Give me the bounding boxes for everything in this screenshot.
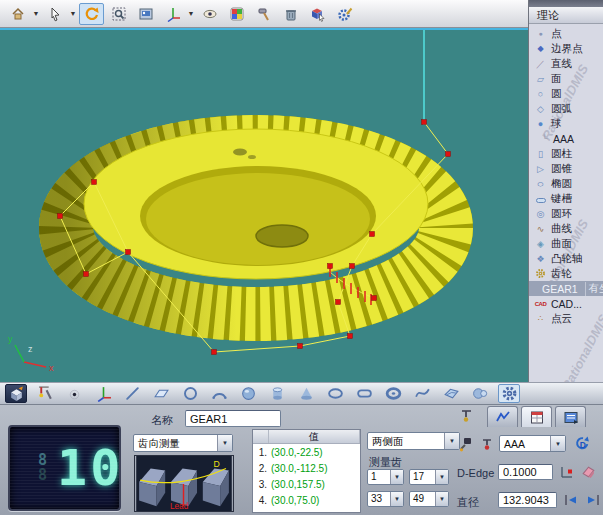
- chevron-down-icon[interactable]: ▼: [435, 492, 448, 506]
- rotate-view-button[interactable]: [79, 3, 104, 25]
- tree-item-point[interactable]: ●点: [529, 26, 603, 41]
- home-dropdown-caret[interactable]: ▼: [32, 10, 40, 17]
- home-button[interactable]: [5, 3, 30, 25]
- probe-direction-out-button[interactable]: [562, 491, 580, 509]
- arc-icon: [211, 385, 228, 402]
- tooth-select-2[interactable]: 17▼: [409, 469, 449, 485]
- tree-item-plane[interactable]: ▱面: [529, 71, 603, 86]
- tab-graph[interactable]: [487, 406, 518, 427]
- tree-item-curve[interactable]: ∿曲线: [529, 221, 603, 236]
- d-direction-label: D: [213, 459, 219, 469]
- tree-item-cad[interactable]: CADCAD...: [529, 296, 603, 311]
- cone-button[interactable]: [295, 384, 317, 403]
- tree-item-aaa[interactable]: └AAA: [529, 131, 603, 146]
- tree-item-pointcloud[interactable]: ∴点云: [529, 311, 603, 326]
- value-row[interactable]: 3.(30.0,157.5): [253, 476, 360, 492]
- mode-select[interactable]: 齿向测量 ▼: [133, 434, 233, 452]
- view-cube-button[interactable]: [5, 384, 27, 403]
- slot-button[interactable]: [353, 384, 375, 403]
- circle-button[interactable]: [179, 384, 201, 403]
- tree-item-sphere[interactable]: ●球: [529, 116, 603, 131]
- csys-dropdown-caret[interactable]: ▼: [187, 10, 195, 17]
- value-row[interactable]: 4.(30.0,75.0): [253, 492, 360, 508]
- eye-icon: [202, 6, 218, 22]
- probe-button[interactable]: [34, 384, 56, 403]
- point-icon: ●: [534, 29, 547, 39]
- gear1-label: GEAR1: [542, 283, 578, 295]
- curve-button[interactable]: [411, 384, 433, 403]
- ellipse-button[interactable]: [324, 384, 346, 403]
- color-palette-button[interactable]: [224, 3, 249, 25]
- tree-item-surface[interactable]: ◈曲面: [529, 236, 603, 251]
- tree-item-cone[interactable]: ▷圆锥: [529, 161, 603, 176]
- tab-form[interactable]: [555, 406, 586, 427]
- point-button[interactable]: [63, 384, 85, 403]
- chevron-down-icon[interactable]: ▼: [435, 470, 448, 484]
- value-row[interactable]: 2.(30.0,-112.5): [253, 460, 360, 476]
- plane-button[interactable]: [150, 384, 172, 403]
- tooth-select-3[interactable]: 33▼: [367, 491, 404, 507]
- tree-item-slot[interactable]: 键槽: [529, 191, 603, 206]
- arc-button[interactable]: [208, 384, 230, 403]
- tooth-select-4[interactable]: 49▼: [409, 491, 449, 507]
- tree-column-header[interactable]: 理论: [529, 7, 603, 24]
- tree-item-cylinder[interactable]: ▯圆柱: [529, 146, 603, 161]
- surface-icon: ◈: [534, 239, 547, 249]
- coordinate-system-button[interactable]: [160, 3, 185, 25]
- axis-y-label: y: [8, 334, 13, 344]
- capture-view-button[interactable]: [133, 3, 158, 25]
- flank-select[interactable]: 两侧面 ▼: [367, 432, 460, 450]
- csys-point-button[interactable]: [558, 463, 576, 481]
- probe-quick-button[interactable]: [458, 407, 476, 425]
- chevron-down-icon[interactable]: ▼: [390, 492, 403, 506]
- chevron-down-icon[interactable]: ▼: [390, 470, 403, 484]
- tree-item-gear[interactable]: 齿轮: [529, 266, 603, 281]
- d-edge-input[interactable]: [498, 464, 553, 480]
- name-input[interactable]: [185, 410, 281, 427]
- zoom-region-button[interactable]: [106, 3, 131, 25]
- tools-button[interactable]: [251, 3, 276, 25]
- palette-icon: [229, 6, 245, 22]
- csys-button[interactable]: [92, 384, 114, 403]
- solid-select-button[interactable]: [305, 3, 330, 25]
- delete-button[interactable]: [278, 3, 303, 25]
- refresh-d-button[interactable]: D: [573, 434, 591, 452]
- diameter-input[interactable]: [498, 492, 557, 508]
- probe-config-button[interactable]: [478, 435, 496, 453]
- tree-item-gear1[interactable]: GEAR1有坐: [529, 281, 603, 296]
- diameter-label: 直径: [457, 495, 479, 510]
- axis-triad: x y z: [8, 334, 54, 373]
- tree-item-camshaft[interactable]: ❖凸轮轴: [529, 251, 603, 266]
- values-list-header: 值: [253, 430, 360, 444]
- tree-item-circle[interactable]: ○圆: [529, 86, 603, 101]
- tree-item-line[interactable]: ／直线: [529, 56, 603, 71]
- chevron-down-icon[interactable]: ▼: [550, 436, 565, 451]
- chevron-down-icon[interactable]: ▼: [217, 435, 232, 451]
- measure-values-list[interactable]: 值 1.(30.0,-22.5) 2.(30.0,-112.5) 3.(30.0…: [252, 429, 361, 513]
- tree-item-ellipse[interactable]: ○椭圆: [529, 176, 603, 191]
- surface-button[interactable]: [440, 384, 462, 403]
- tooth-select-1[interactable]: 1▼: [367, 469, 404, 485]
- cam-button[interactable]: [469, 384, 491, 403]
- gear-measure-button[interactable]: [498, 384, 520, 403]
- tree-item-torus[interactable]: ◎圆环: [529, 206, 603, 221]
- value-row[interactable]: 1.(30.0,-22.5): [253, 444, 360, 460]
- select-cursor-button[interactable]: [42, 3, 67, 25]
- eraser-button[interactable]: [579, 462, 597, 480]
- select-dropdown-caret[interactable]: ▼: [69, 10, 77, 17]
- line-button[interactable]: [121, 384, 143, 403]
- probe-direction-in-button[interactable]: [584, 491, 602, 509]
- probe-select[interactable]: AAA ▼: [499, 435, 566, 452]
- cylinder-button[interactable]: [266, 384, 288, 403]
- tree-item-boundary-point[interactable]: ◆边界点: [529, 41, 603, 56]
- tab-report[interactable]: [521, 406, 552, 427]
- visibility-button[interactable]: [197, 3, 222, 25]
- cam-icon: [472, 385, 489, 402]
- probe-tools-button[interactable]: [457, 435, 475, 453]
- cone-icon: [298, 385, 315, 402]
- viewport-3d[interactable]: x y z: [0, 28, 528, 382]
- tree-item-arc[interactable]: ◇圆弧: [529, 101, 603, 116]
- sphere-button[interactable]: [237, 384, 259, 403]
- gear-edit-button[interactable]: [332, 3, 357, 25]
- torus-button[interactable]: [382, 384, 404, 403]
